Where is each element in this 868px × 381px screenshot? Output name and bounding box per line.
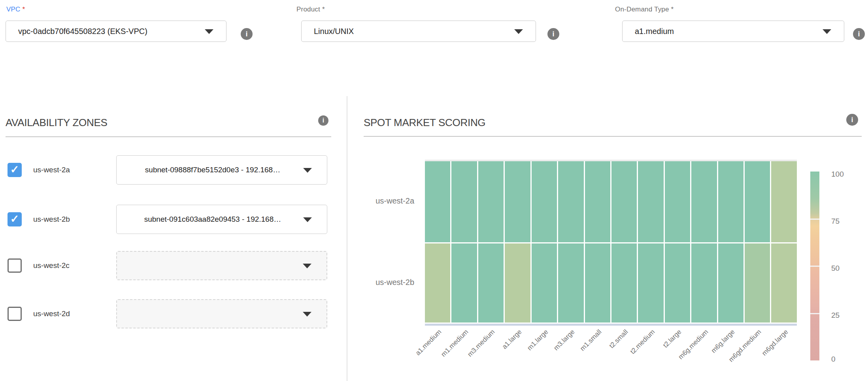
vpc-select[interactable]: vpc-0adcb70f645508223 (EKS-VPC) — [6, 21, 226, 42]
heatmap-cell — [638, 243, 663, 323]
heatmap-cell — [425, 243, 450, 323]
chevron-down-icon — [303, 168, 312, 173]
vpc-select-value: vpc-0adcb70f645508223 (EKS-VPC) — [18, 27, 147, 36]
availability-zones-info-icon[interactable]: i — [318, 115, 328, 126]
product-select[interactable]: Linux/UNIX — [301, 21, 536, 42]
az-zone-label: us-west-2d — [33, 299, 112, 328]
page: VPC * vpc-0adcb70f645508223 (EKS-VPC) i … — [0, 0, 868, 381]
chevron-down-icon — [303, 217, 312, 222]
heatmap-cell — [532, 243, 557, 323]
az-zone-label: us-west-2b — [33, 205, 112, 234]
az-subnet-select-1[interactable]: subnet-091c603aa82e09453 - 192.168… — [116, 205, 327, 234]
colorbar-tick-label: 0 — [831, 355, 836, 364]
colorbar-tick-label: 25 — [831, 311, 840, 320]
az-subnet-select-3[interactable] — [116, 299, 327, 328]
az-row: us-west-2c — [0, 251, 347, 280]
on-demand-type-info-icon[interactable]: i — [853, 28, 865, 40]
az-subnet-value: subnet-091c603aa82e09453 - 192.168… — [144, 215, 300, 224]
vpc-label-text: VPC — [6, 6, 21, 13]
on-demand-type-select[interactable]: a1.medium — [622, 21, 844, 42]
section-divider — [347, 96, 347, 381]
availability-zones-rule — [6, 136, 331, 137]
spot-market-scoring-title: SPOT MARKET SCORING — [364, 117, 485, 129]
heatmap-axis-line — [425, 324, 797, 326]
heatmap-cell — [451, 161, 477, 242]
colorbar-tick-line — [810, 219, 819, 220]
heatmap-cell — [611, 243, 637, 323]
heatmap-cell — [451, 243, 477, 323]
on-demand-type-label: On-Demand Type * — [615, 6, 674, 13]
heatmap — [425, 161, 797, 323]
heatmap-cell — [771, 161, 796, 242]
x-axis-label: a1.medium — [376, 328, 443, 381]
az-zone-label: us-west-2c — [33, 251, 112, 280]
product-info-icon[interactable]: i — [547, 28, 559, 40]
heatmap-cell — [718, 243, 743, 323]
heatmap-cell — [638, 161, 663, 242]
chevron-down-icon — [823, 29, 831, 34]
az-checkbox-3[interactable] — [8, 307, 22, 321]
heatmap-cell — [585, 243, 610, 323]
heatmap-cell — [558, 161, 583, 242]
product-select-value: Linux/UNIX — [314, 27, 354, 36]
chevron-down-icon — [514, 29, 523, 34]
spot-market-scoring-info-icon[interactable]: i — [846, 114, 858, 126]
checkmark-icon: ✓ — [10, 214, 19, 224]
az-zone-label: us-west-2a — [33, 155, 112, 185]
heatmap-cell — [585, 161, 610, 242]
required-asterisk: * — [322, 6, 325, 13]
heatmap-cell — [558, 243, 583, 323]
heatmap-cell — [665, 243, 690, 323]
az-row: ✓ us-west-2a subnet-09888f7be5152d0e3 - … — [0, 155, 347, 185]
colorbar — [810, 172, 819, 360]
vpc-info-icon[interactable]: i — [241, 28, 253, 40]
colorbar-tick-label: 100 — [831, 170, 844, 179]
on-demand-type-select-value: a1.medium — [635, 27, 674, 36]
colorbar-tick-label: 50 — [831, 264, 840, 273]
az-subnet-value: subnet-09888f7be5152d0e3 - 192.168… — [145, 166, 298, 174]
az-checkbox-0[interactable]: ✓ — [8, 163, 22, 177]
required-asterisk: * — [23, 6, 25, 13]
heatmap-cell — [745, 161, 770, 242]
colorbar-tick-line — [810, 266, 819, 267]
heatmap-cell — [611, 161, 637, 242]
heatmap-row — [425, 161, 797, 242]
chevron-down-icon — [303, 312, 311, 317]
heatmap-cell — [771, 243, 796, 323]
az-subnet-select-2[interactable] — [116, 251, 327, 280]
vpc-label: VPC * — [6, 6, 25, 13]
availability-zones-title: AVAILABILITY ZONES — [6, 117, 108, 129]
required-asterisk: * — [671, 6, 674, 13]
heatmap-cell — [665, 161, 690, 242]
heatmap-cell — [691, 243, 717, 323]
heatmap-cell — [718, 161, 743, 242]
heatmap-cell — [425, 161, 450, 242]
az-checkbox-1[interactable]: ✓ — [8, 212, 22, 226]
colorbar-tick-line — [810, 313, 819, 314]
chevron-down-icon — [205, 29, 213, 34]
az-checkbox-2[interactable] — [8, 258, 22, 273]
colorbar-tick-label: 75 — [831, 217, 840, 226]
az-row: us-west-2d — [0, 299, 347, 328]
heatmap-cell — [478, 243, 504, 323]
heatmap-cell — [532, 161, 557, 242]
heatmap-cell — [691, 161, 717, 242]
az-subnet-select-0[interactable]: subnet-09888f7be5152d0e3 - 192.168… — [116, 155, 327, 185]
heatmap-row — [425, 243, 797, 323]
heatmap-cell — [478, 161, 504, 242]
spot-market-scoring-rule — [364, 136, 862, 137]
checkmark-icon: ✓ — [10, 164, 19, 175]
product-label: Product * — [296, 6, 325, 13]
heatmap-cell — [505, 243, 530, 323]
heatmap-cell — [745, 243, 770, 323]
y-axis-label: us-west-2b — [340, 278, 414, 287]
az-row: ✓ us-west-2b subnet-091c603aa82e09453 - … — [0, 205, 347, 234]
chevron-down-icon — [303, 264, 311, 268]
heatmap-cell — [505, 161, 530, 242]
y-axis-label: us-west-2a — [340, 196, 414, 206]
